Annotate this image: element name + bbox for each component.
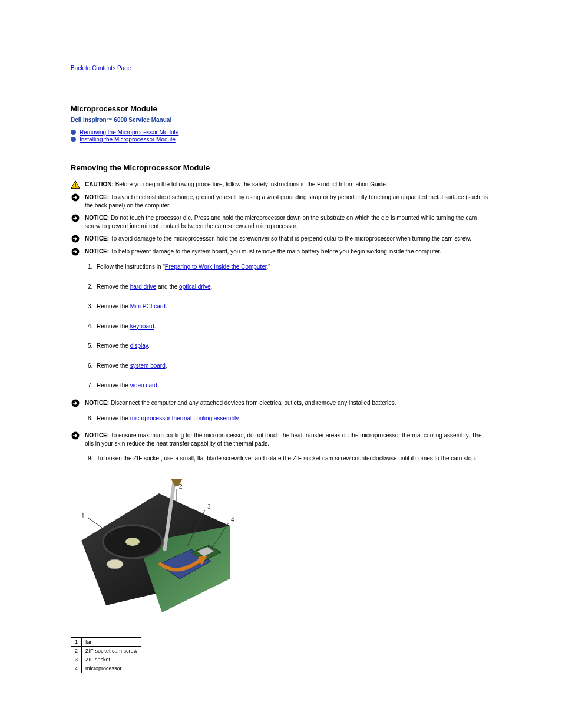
notice-callout-2: NOTICE: Do not touch the processor die. … — [71, 214, 491, 230]
part-name: ZIF-socket cam screw — [82, 646, 141, 655]
link-system-board[interactable]: system board — [130, 363, 166, 369]
step-4: Remove the keyboard. — [94, 320, 491, 340]
parts-table: 1 fan 2 ZIF-socket cam screw 3 ZIF socke… — [71, 637, 141, 673]
part-name: ZIF socket — [82, 655, 141, 664]
caution-callout: CAUTION: Before you begin the following … — [71, 180, 491, 189]
caution-text: Before you begin the following procedure… — [114, 181, 388, 187]
step-text: . — [210, 284, 212, 290]
step-text: Remove the — [97, 284, 130, 290]
notice-label: NOTICE: — [85, 215, 109, 221]
notice-text: To avoid electrostatic discharge, ground… — [85, 194, 488, 209]
notice-arrow-icon — [71, 431, 80, 440]
bullet-icon — [71, 130, 76, 135]
step-text: ." — [267, 263, 270, 270]
notice-arrow-icon — [71, 248, 80, 256]
notice-label: NOTICE: — [85, 432, 109, 439]
step-3: Remove the Mini PCI card. — [94, 300, 491, 320]
step-text: Follow the instructions in " — [97, 263, 165, 270]
table-row: 2 ZIF-socket cam screw — [71, 646, 141, 655]
step-text: Remove the — [97, 342, 130, 349]
notice-callout-1: NOTICE: To avoid electrostatic discharge… — [71, 193, 491, 209]
notice-text: Do not touch the processor die. Press an… — [85, 215, 477, 229]
notice-label: NOTICE: — [85, 235, 109, 242]
step-text: . — [238, 415, 240, 421]
section-divider — [71, 151, 491, 151]
step-8: Remove the microprocessor thermal-coolin… — [94, 412, 491, 432]
caution-triangle-icon — [71, 180, 80, 189]
step-text: . — [148, 342, 150, 349]
toc-link-removing[interactable]: Removing the Microprocessor Module — [80, 129, 178, 136]
link-preparing[interactable]: Preparing to Work Inside the Computer — [165, 263, 267, 270]
svg-text:1: 1 — [81, 513, 85, 519]
part-number: 4 — [71, 664, 82, 673]
notice-text: To help prevent damage to the system boa… — [109, 248, 441, 255]
page-title: Microprocessor Module — [71, 104, 491, 113]
svg-point-12 — [125, 538, 140, 546]
step-text: and the — [156, 284, 179, 290]
back-to-contents-link[interactable]: Back to Contents Page — [71, 65, 131, 71]
step-text: . — [157, 382, 159, 388]
notice-text: To ensure maximum cooling for the microp… — [85, 432, 482, 447]
step-2: Remove the hard drive and the optical dr… — [94, 281, 491, 301]
step-list-2: Remove the microprocessor thermal-coolin… — [94, 412, 491, 432]
step-text: Remove the — [97, 303, 130, 309]
notice-callout-4: NOTICE: To help prevent damage to the sy… — [71, 248, 491, 256]
part-number: 2 — [71, 646, 82, 655]
step-list-1: Follow the instructions in "Preparing to… — [94, 261, 491, 399]
table-row: 3 ZIF socket — [71, 655, 141, 664]
part-name: fan — [82, 637, 141, 646]
notice-label: NOTICE: — [85, 248, 109, 255]
toc-link-installing[interactable]: Installing the Microprocessor Module — [80, 136, 176, 143]
svg-rect-2 — [75, 186, 75, 187]
step-text: Remove the — [97, 415, 130, 421]
step-text: . — [154, 323, 156, 330]
notice-callout-6: NOTICE: To ensure maximum cooling for th… — [71, 431, 491, 447]
manual-title: Dell Inspiron™ 6000 Service Manual — [71, 117, 491, 123]
link-hard-drive[interactable]: hard drive — [130, 284, 156, 290]
link-display[interactable]: display — [130, 342, 148, 349]
notice-label: NOTICE: — [85, 194, 109, 200]
svg-rect-1 — [75, 183, 75, 185]
step-1: Follow the instructions in "Preparing to… — [94, 261, 491, 281]
part-number: 3 — [71, 655, 82, 664]
table-row: 1 fan — [71, 637, 141, 646]
part-number: 1 — [71, 637, 82, 646]
link-mini-pci[interactable]: Mini PCI card — [130, 303, 166, 309]
svg-text:4: 4 — [231, 516, 234, 523]
notice-label: NOTICE: — [85, 400, 109, 406]
notice-arrow-icon — [71, 193, 80, 202]
caution-label: CAUTION: — [85, 181, 114, 187]
table-of-contents: Removing the Microprocessor Module Insta… — [71, 129, 491, 143]
link-video-card[interactable]: video card — [130, 382, 157, 388]
svg-point-13 — [107, 559, 123, 569]
svg-text:2: 2 — [179, 483, 183, 490]
notice-callout-3: NOTICE: To avoid damage to the microproc… — [71, 235, 491, 243]
notice-arrow-icon — [71, 235, 80, 243]
step-text: Remove the — [97, 323, 130, 330]
step-text: . — [166, 363, 167, 369]
svg-text:3: 3 — [207, 503, 211, 510]
link-thermal-assembly[interactable]: microprocessor thermal-cooling assembly — [130, 415, 239, 421]
notice-text: Disconnect the computer and any attached… — [109, 400, 396, 406]
step-5: Remove the display. — [94, 340, 491, 360]
notice-text: To avoid damage to the microprocessor, h… — [109, 235, 471, 242]
step-text: Remove the — [97, 382, 130, 388]
step-text: Remove the — [97, 363, 130, 369]
step-6: Remove the system board. — [94, 360, 491, 380]
notice-arrow-icon — [71, 399, 80, 407]
part-name: microprocessor — [82, 664, 141, 673]
step-9: To loosen the ZIF socket, use a small, f… — [94, 452, 491, 472]
link-keyboard[interactable]: keyboard — [130, 323, 154, 330]
notice-callout-5: NOTICE: Disconnect the computer and any … — [71, 399, 491, 407]
link-optical-drive[interactable]: optical drive — [179, 284, 210, 290]
bullet-icon — [71, 137, 76, 142]
step-text: . — [166, 303, 167, 309]
notice-arrow-icon — [71, 214, 80, 222]
section-heading-removing: Removing the Microprocessor Module — [71, 163, 491, 172]
table-row: 4 microprocessor — [71, 664, 141, 673]
step-7: Remove the video card. — [94, 379, 491, 399]
step-list-3: To loosen the ZIF socket, use a small, f… — [94, 452, 491, 472]
microprocessor-diagram: 1 2 3 4 — [71, 476, 491, 630]
